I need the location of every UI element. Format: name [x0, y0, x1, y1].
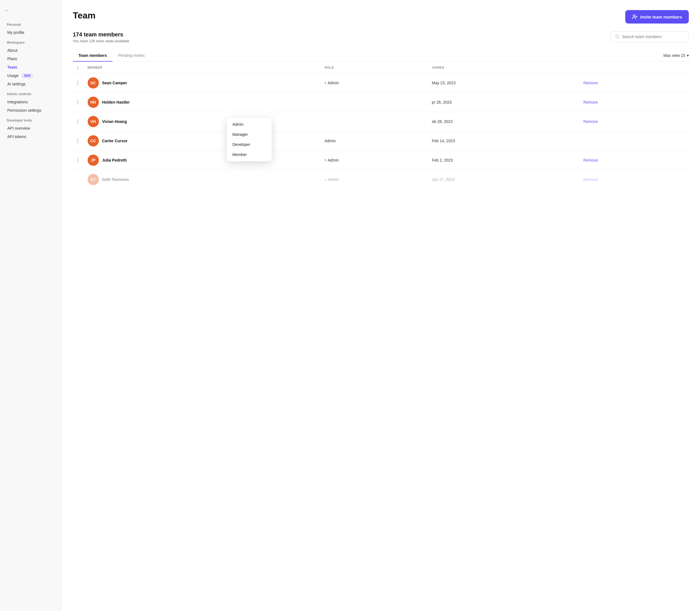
- sidebar-item-permission-settings[interactable]: Permission settings: [4, 106, 57, 115]
- row-checkbox[interactable]: [77, 100, 78, 105]
- chevron-down-icon: ▾: [687, 53, 689, 58]
- chevron-down-icon: ▾: [325, 178, 326, 181]
- sidebar-section-personal: Personal My profile: [4, 19, 57, 37]
- remove-button[interactable]: Remove: [583, 177, 598, 182]
- table-row: JPJulia Pedretti▾AdminFeb 2, 2023Remove: [73, 150, 689, 170]
- sidebar-item-label: Usage: [7, 73, 18, 78]
- invite-team-members-button[interactable]: Invite team members: [625, 10, 689, 24]
- remove-button[interactable]: Remove: [583, 158, 598, 162]
- sidebar-item-plans[interactable]: Plans: [4, 55, 57, 63]
- sidebar-item-ai-settings[interactable]: AI settings: [4, 80, 57, 88]
- col-role: ROLE: [320, 62, 427, 73]
- section-label-developer: Developer tools: [7, 118, 57, 122]
- sidebar-item-label: Team: [7, 65, 17, 70]
- svg-line-4: [618, 38, 619, 39]
- sidebar-item-label: Permission settings: [7, 108, 41, 113]
- sidebar-item-api-tokens[interactable]: API tokens: [4, 132, 57, 141]
- sidebar-section-admin: Admin controls Integrations Permission s…: [4, 88, 57, 115]
- role-label: Admin: [328, 158, 339, 162]
- person-plus-icon: [632, 14, 638, 19]
- avatar: CC: [88, 135, 99, 147]
- tabs-left: Team members Pending invites: [73, 50, 150, 61]
- chevron-down-icon: ▾: [325, 158, 326, 162]
- table-row: SCSean Camper▾AdminMay 23, 2023Remove: [73, 73, 689, 92]
- role-cell[interactable]: ▾Admin: [325, 177, 423, 182]
- sidebar-item-label: API overview: [7, 126, 30, 131]
- sidebar-item-label: API tokens: [7, 134, 26, 139]
- sidebar-item-api-overview[interactable]: API overview: [4, 124, 57, 132]
- stats-search-row: 174 team members You have 126 more seats…: [73, 31, 689, 43]
- avatar: VH: [88, 116, 99, 127]
- avatar: ST: [88, 174, 99, 185]
- sidebar-item-label: Integrations: [7, 100, 28, 104]
- sidebar-section-workspace: Workspace About Plans Team Usage NEW AI …: [4, 37, 57, 88]
- member-name: Seth Tennison: [102, 177, 129, 182]
- tab-pending-invites[interactable]: Pending invites: [113, 50, 150, 62]
- remove-button[interactable]: Remove: [583, 81, 598, 85]
- role-label: Admin: [328, 177, 339, 182]
- dropdown-item-manager[interactable]: Manager: [227, 129, 272, 139]
- section-label-workspace: Workspace: [7, 41, 57, 45]
- sidebar-item-label: AI settings: [7, 82, 26, 86]
- sidebar-item-my-profile[interactable]: My profile: [4, 28, 57, 37]
- avatar: JP: [88, 154, 99, 166]
- table-row: STSeth Tennison▾AdminJan 27, 2023Remove: [73, 170, 689, 189]
- member-name: Vivian Hoang: [102, 119, 127, 124]
- chevron-down-icon: ▾: [325, 81, 326, 85]
- joined-date: pr 26, 2023: [427, 92, 579, 112]
- remove-button[interactable]: Remove: [583, 119, 598, 124]
- col-member: MEMBER: [83, 62, 320, 73]
- role-cell[interactable]: ▾Admin: [325, 158, 423, 162]
- row-checkbox[interactable]: [77, 80, 78, 85]
- table-row: CCCarter CursorAdminFeb 14, 2023: [73, 131, 689, 150]
- member-name: Carter Cursor: [102, 139, 128, 143]
- stats-block: 174 team members You have 126 more seats…: [73, 31, 129, 43]
- table-row: HHHolden Hastlerpr 26, 2023Remove: [73, 92, 689, 112]
- role-dropdown: AdminManagerDeveloperMember: [227, 118, 272, 161]
- row-checkbox[interactable]: [77, 138, 78, 143]
- sidebar-item-team[interactable]: Team: [4, 63, 57, 71]
- role-cell[interactable]: ▾Admin: [325, 81, 423, 85]
- row-checkbox[interactable]: [77, 158, 78, 163]
- dropdown-item-developer[interactable]: Developer: [227, 139, 272, 150]
- svg-point-0: [633, 15, 635, 17]
- member-name: Holden Hastler: [102, 100, 130, 104]
- role-label: Admin: [325, 139, 336, 143]
- dropdown-item-admin[interactable]: Admin: [227, 119, 272, 129]
- search-icon: [615, 34, 620, 39]
- remove-button[interactable]: Remove: [583, 100, 598, 104]
- max-view-selector[interactable]: Max view 15 ▾: [663, 53, 689, 58]
- member-name: Sean Camper: [102, 81, 127, 85]
- section-label-personal: Personal: [7, 23, 57, 27]
- team-count: 174 team members: [73, 31, 129, 38]
- dropdown-item-member[interactable]: Member: [227, 150, 272, 160]
- sidebar: ← Personal My profile Workspace About Pl…: [0, 0, 62, 611]
- search-box[interactable]: [610, 31, 689, 42]
- new-badge: NEW: [22, 74, 32, 78]
- joined-date: Feb 2, 2023: [427, 150, 579, 170]
- select-all-checkbox[interactable]: [77, 65, 78, 70]
- section-label-admin: Admin controls: [7, 92, 57, 96]
- col-joined: JOINED: [427, 62, 579, 73]
- sidebar-item-integrations[interactable]: Integrations: [4, 98, 57, 106]
- sidebar-section-developer: Developer tools API overview API tokens: [4, 115, 57, 141]
- sidebar-item-label: About: [7, 48, 18, 53]
- role-label: Admin: [328, 81, 339, 85]
- seats-subtitle: You have 126 more seats available: [73, 39, 129, 43]
- sidebar-item-usage[interactable]: Usage NEW: [4, 71, 57, 80]
- header-row: Team Invite team members: [73, 10, 689, 24]
- back-arrow-icon: ←: [4, 8, 9, 13]
- back-button[interactable]: ←: [4, 7, 57, 14]
- sidebar-item-about[interactable]: About: [4, 46, 57, 55]
- joined-date: Feb 14, 2023: [427, 131, 579, 150]
- search-input[interactable]: [622, 34, 684, 39]
- team-table: MEMBER ROLE JOINED SCSean Camper▾AdminMa…: [73, 62, 689, 189]
- tab-team-members[interactable]: Team members: [73, 50, 113, 62]
- table-row: VHVivian Hoangeb 28, 2023Remove: [73, 112, 689, 131]
- row-checkbox[interactable]: [77, 119, 78, 124]
- invite-button-label: Invite team members: [640, 15, 682, 19]
- avatar: HH: [88, 96, 99, 108]
- joined-date: eb 28, 2023: [427, 112, 579, 131]
- joined-date: Jan 27, 2023: [427, 170, 579, 189]
- sidebar-item-label: My profile: [7, 30, 24, 35]
